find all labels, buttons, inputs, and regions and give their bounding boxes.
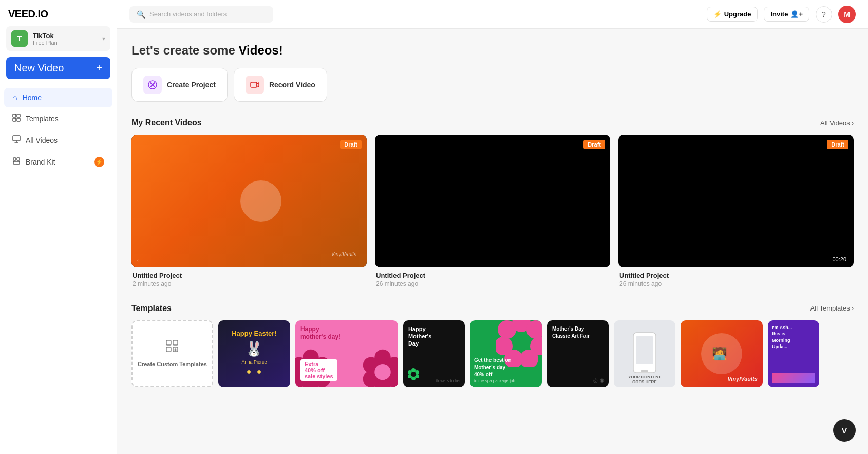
video-time: 2 minutes ago <box>133 280 366 287</box>
workspace-selector[interactable]: T TikTok Free Plan ▾ <box>6 26 110 51</box>
template-card[interactable]: Get the best onMother's day40% off in th… <box>470 320 542 387</box>
easter-icon: 🐰 <box>245 340 263 357</box>
video-card[interactable]: Draft Untitled Project 26 minutes ago <box>375 135 610 287</box>
template-label: HappyMother'sDay <box>408 325 460 348</box>
search-placeholder: Search videos and folders <box>149 10 227 18</box>
social-icons: ◎ ◉ <box>593 377 605 383</box>
svg-point-42 <box>512 333 531 351</box>
logo-text: VEED.IO <box>8 8 48 20</box>
sidebar-item-all-videos[interactable]: All Videos <box>4 130 112 151</box>
home-icon: ⌂ <box>12 93 17 102</box>
svg-point-27 <box>374 364 391 380</box>
person-figure: 🧑‍💻 <box>712 347 727 361</box>
svg-rect-5 <box>13 158 16 160</box>
content-area: Let's create some Videos! Create Project <box>117 29 868 402</box>
video-card[interactable]: Draft 00:20 Untitled Project 26 minutes … <box>618 135 854 287</box>
svg-rect-44 <box>636 336 653 364</box>
all-templates-link[interactable]: All Templates › <box>810 304 854 312</box>
new-video-button[interactable]: New Video + <box>6 57 110 79</box>
video-thumbnail: VinylVaults ♫ Draft <box>131 135 367 267</box>
record-video-button[interactable]: Record Video <box>234 68 327 102</box>
templates-section-header: Templates All Templates › <box>131 304 854 313</box>
create-project-button[interactable]: Create Project <box>131 68 228 102</box>
template-subtext: flowers to her <box>436 378 461 383</box>
svg-rect-11 <box>173 340 178 345</box>
draft-badge: Draft <box>583 140 605 149</box>
phone-mockup <box>632 332 657 375</box>
record-video-icon <box>246 76 264 94</box>
template-create-card[interactable]: Create Custom Templates <box>131 320 213 387</box>
video-info: Untitled Project 2 minutes ago <box>131 267 367 287</box>
video-time: 26 minutes ago <box>619 280 853 287</box>
template-card[interactable]: Happy Easter! 🐰 Anna Pierce ✦ ✦ <box>218 320 290 387</box>
brand-kit-badge: ⚡ <box>94 157 104 167</box>
svg-point-34 <box>411 372 416 377</box>
svg-rect-9 <box>251 82 257 87</box>
help-button[interactable]: ? <box>816 6 832 23</box>
draft-badge: Draft <box>827 140 848 149</box>
vinyl-label: VinylVaults <box>727 376 757 382</box>
svg-point-41 <box>498 320 516 339</box>
video-name: Untitled Project <box>619 271 853 279</box>
all-videos-link[interactable]: All Videos › <box>820 119 854 127</box>
flower-accent <box>407 368 420 382</box>
create-template-icon <box>165 339 179 356</box>
invite-button[interactable]: Invite 👤+ <box>764 7 809 22</box>
template-label: Mother's DayClassic Art Fair <box>552 325 603 340</box>
color-bar <box>772 373 815 383</box>
chevron-right-icon: › <box>852 304 854 312</box>
templates-icon <box>12 114 21 124</box>
sidebar-item-home[interactable]: ⌂ Home <box>4 88 112 107</box>
main-content: 🔍 Search videos and folders ⚡ Upgrade In… <box>117 0 868 454</box>
header-actions: ⚡ Upgrade Invite 👤+ ? M <box>707 6 856 23</box>
search-icon: 🔍 <box>137 10 145 19</box>
user-avatar[interactable]: M <box>838 6 856 23</box>
video-card[interactable]: VinylVaults ♫ Draft Untitled Project 2 m… <box>131 135 367 287</box>
template-card[interactable]: Mother's DayClassic Art Fair ◎ ◉ <box>547 320 609 387</box>
template-card[interactable]: YOUR CONTENTGOES HERE <box>614 320 675 387</box>
video-name: Untitled Project <box>133 271 366 279</box>
svg-point-31 <box>411 376 416 380</box>
sale-badge: Extra40% offsale styles <box>300 359 337 381</box>
template-label: Happy Easter! <box>232 330 276 338</box>
easter-subtext: Anna Pierce <box>241 359 267 365</box>
template-card[interactable]: Happymother's day! <box>295 320 398 387</box>
video-thumbnail: Draft <box>375 135 610 267</box>
svg-rect-3 <box>17 118 20 121</box>
svg-point-28 <box>411 368 416 372</box>
svg-rect-2 <box>13 118 16 121</box>
template-date: May 2025 <box>375 378 394 383</box>
star-icon: ✦ ✦ <box>245 367 263 378</box>
draft-badge: Draft <box>340 140 362 149</box>
all-videos-icon <box>12 135 21 146</box>
svg-rect-1 <box>17 114 20 117</box>
logo: VEED.IO <box>0 0 117 26</box>
video-name: Untitled Project <box>376 271 609 279</box>
template-card[interactable]: HappyMother'sDay flowers to her <box>403 320 465 387</box>
floating-help-button[interactable]: V <box>833 419 856 442</box>
svg-rect-4 <box>13 136 20 141</box>
search-bar[interactable]: 🔍 Search videos and folders <box>129 6 273 23</box>
video-grid: VinylVaults ♫ Draft Untitled Project 2 m… <box>131 135 854 287</box>
upgrade-button[interactable]: ⚡ Upgrade <box>707 7 758 22</box>
page-title: Let's create some Videos! <box>131 43 854 58</box>
svg-rect-12 <box>166 347 171 352</box>
template-label: I'm Ash...this isMorningUpda... <box>772 324 815 350</box>
video-thumbnail: Draft 00:20 <box>618 135 854 267</box>
recent-videos-header: My Recent Videos All Videos › <box>131 118 854 128</box>
template-card[interactable]: I'm Ash...this isMorningUpda... <box>768 320 819 387</box>
video-info: Untitled Project 26 minutes ago <box>375 267 610 287</box>
sidebar-item-brand-kit[interactable]: Brand Kit ⚡ <box>4 152 112 172</box>
template-label: YOUR CONTENTGOES HERE <box>617 375 672 384</box>
video-info: Untitled Project 26 minutes ago <box>618 267 854 287</box>
sidebar: VEED.IO T TikTok Free Plan ▾ New Video +… <box>0 0 117 454</box>
template-card[interactable]: VinylVaults 🧑‍💻 <box>681 320 763 387</box>
chevron-right-icon: › <box>852 119 854 127</box>
sidebar-item-templates[interactable]: Templates <box>4 108 112 129</box>
create-template-label: Create Custom Templates <box>138 360 207 368</box>
workspace-info: TikTok Free Plan <box>33 32 97 46</box>
templates-scroll: Create Custom Templates Happy Easter! 🐰 … <box>131 320 854 387</box>
workspace-avatar: T <box>11 30 28 47</box>
action-buttons: Create Project Record Video <box>131 68 854 102</box>
header: 🔍 Search videos and folders ⚡ Upgrade In… <box>117 0 868 29</box>
